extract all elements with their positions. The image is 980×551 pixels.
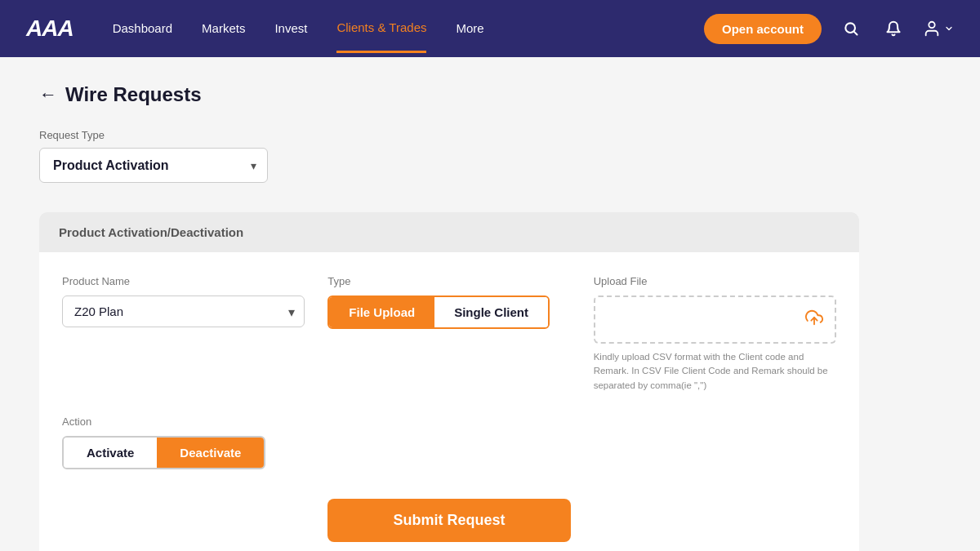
user-icon xyxy=(923,20,941,38)
nav-label-dashboard[interactable]: Dashboard xyxy=(113,21,172,37)
nav-actions: Open account xyxy=(704,14,954,44)
bell-icon xyxy=(885,20,902,37)
request-type-label: Request Type xyxy=(39,129,859,141)
chevron-down-icon xyxy=(944,24,954,33)
type-file-upload-button[interactable]: File Upload xyxy=(329,297,434,327)
deactivate-button[interactable]: Deactivate xyxy=(157,438,264,468)
card-inner: Product Name Z20 Plan ▾ Type File Upload… xyxy=(39,252,859,551)
nav-label-clients-trades[interactable]: Clients & Trades xyxy=(336,20,426,53)
search-button[interactable] xyxy=(838,16,864,42)
product-name-select-wrapper: Z20 Plan ▾ xyxy=(62,295,305,327)
nav-links: Dashboard Markets Invest Clients & Trade… xyxy=(113,0,704,57)
nav-item-clients-trades[interactable]: Clients & Trades xyxy=(336,0,426,57)
nav-label-markets[interactable]: Markets xyxy=(202,21,245,37)
type-label: Type xyxy=(327,275,570,287)
product-name-label: Product Name xyxy=(62,275,305,287)
svg-point-2 xyxy=(929,22,934,28)
nav-item-more[interactable]: More xyxy=(456,0,483,57)
upload-box[interactable] xyxy=(594,295,836,344)
nav-label-more[interactable]: More xyxy=(456,21,483,37)
product-activation-card: Product Activation/Deactivation Product … xyxy=(39,212,859,551)
page-header: ← Wire Requests xyxy=(39,83,859,106)
submit-request-button[interactable]: Submit Request xyxy=(327,499,570,542)
activate-button[interactable]: Activate xyxy=(64,438,157,468)
action-field: Action Activate Deactivate xyxy=(62,415,836,469)
upload-icon[interactable] xyxy=(805,309,823,331)
page-title: Wire Requests xyxy=(65,83,202,106)
svg-line-1 xyxy=(854,32,858,35)
product-name-field: Product Name Z20 Plan ▾ xyxy=(62,275,305,327)
main-content: ← Wire Requests Request Type Product Act… xyxy=(0,57,898,551)
back-arrow-icon[interactable]: ← xyxy=(39,84,57,105)
upload-label: Upload File xyxy=(594,275,836,287)
request-type-select-wrapper: Product Activation ▾ xyxy=(39,148,268,183)
request-type-field: Request Type Product Activation ▾ xyxy=(39,129,859,183)
upload-file-field: Upload File Kindly upload CSV format wit… xyxy=(594,275,836,393)
type-toggle: File Upload Single Client xyxy=(327,295,550,329)
card-section-title: Product Activation/Deactivation xyxy=(39,212,859,252)
form-grid: Product Name Z20 Plan ▾ Type File Upload… xyxy=(62,275,836,393)
open-account-button[interactable]: Open account xyxy=(704,14,822,44)
nav-item-markets[interactable]: Markets xyxy=(202,0,245,57)
action-label: Action xyxy=(62,415,836,428)
product-name-select[interactable]: Z20 Plan xyxy=(62,295,305,327)
upload-hint: Kindly upload CSV format with the Client… xyxy=(594,350,836,393)
submit-row: Submit Request xyxy=(62,499,836,542)
logo: AAA xyxy=(26,16,74,42)
request-type-select[interactable]: Product Activation xyxy=(39,148,268,183)
nav-label-invest[interactable]: Invest xyxy=(274,21,307,37)
nav-item-dashboard[interactable]: Dashboard xyxy=(113,0,172,57)
user-menu-button[interactable] xyxy=(923,20,954,38)
navbar: AAA Dashboard Markets Invest Clients & T… xyxy=(0,0,980,57)
nav-item-invest[interactable]: Invest xyxy=(274,0,307,57)
type-field: Type File Upload Single Client xyxy=(327,275,570,329)
notification-button[interactable] xyxy=(880,16,906,42)
action-toggle: Activate Deactivate xyxy=(62,436,265,469)
type-single-client-button[interactable]: Single Client xyxy=(434,297,548,327)
search-icon xyxy=(843,20,859,37)
